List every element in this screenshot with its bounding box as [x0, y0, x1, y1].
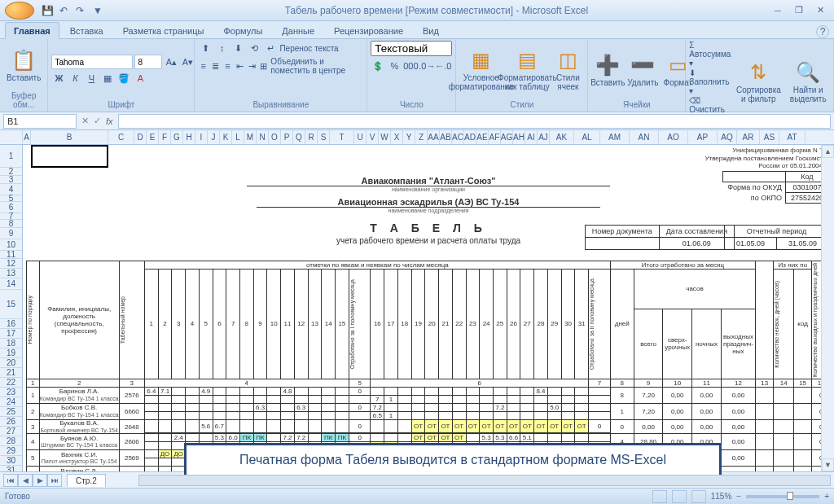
row-header[interactable]: 10: [0, 239, 22, 251]
merge-icon[interactable]: ⊞: [259, 59, 270, 73]
col-header[interactable]: AG: [501, 130, 513, 144]
align-center-icon[interactable]: ≣: [210, 59, 221, 73]
col-header[interactable]: AA: [428, 130, 440, 144]
row-header[interactable]: 28: [0, 436, 22, 446]
normal-view-icon[interactable]: [652, 490, 667, 503]
page-layout-view-icon[interactable]: [672, 490, 687, 503]
col-header[interactable]: AN: [630, 130, 659, 144]
last-sheet-icon[interactable]: ⏭: [47, 474, 62, 487]
restore-icon[interactable]: ❐: [790, 4, 808, 17]
grow-font-icon[interactable]: A▴: [164, 55, 178, 69]
col-header[interactable]: L: [232, 130, 244, 144]
col-header[interactable]: AB: [440, 130, 452, 144]
wrap-icon[interactable]: ↵: [263, 41, 278, 55]
col-header[interactable]: I: [195, 130, 208, 144]
zoom-level[interactable]: 115%: [711, 492, 732, 501]
bold-icon[interactable]: Ж: [51, 71, 66, 85]
comma-icon[interactable]: 000: [403, 59, 418, 73]
col-header[interactable]: S: [318, 130, 330, 144]
delete-cells-button[interactable]: ➖Удалить: [626, 52, 659, 89]
col-header[interactable]: Q: [293, 130, 305, 144]
vertical-scrollbar[interactable]: ▲ ▼: [821, 145, 834, 471]
name-box[interactable]: B1: [3, 114, 77, 129]
row-header[interactable]: 8: [0, 220, 22, 228]
col-header[interactable]: P: [281, 130, 293, 144]
row-header[interactable]: 22: [0, 378, 22, 388]
col-header[interactable]: G: [171, 130, 183, 144]
underline-icon[interactable]: Ч: [84, 71, 99, 85]
indent-inc-icon[interactable]: ⇥: [247, 59, 257, 73]
cond-format-button[interactable]: ▦Условное форматирование: [459, 47, 503, 93]
row-header[interactable]: 5: [0, 195, 22, 202]
worksheet-grid[interactable]: ABCDEFGHIJKLMNOPQRSTUVWXYZAAABACADAEAFAG…: [0, 130, 834, 471]
formula-input[interactable]: [118, 114, 831, 129]
col-header[interactable]: AS: [760, 130, 779, 144]
row-header[interactable]: 19: [0, 348, 22, 358]
col-header[interactable]: O: [269, 130, 281, 144]
col-header[interactable]: N: [257, 130, 269, 144]
merge-center-button[interactable]: Объединить и поместить в центре: [270, 57, 363, 75]
autosum-button[interactable]: Σ Автосумма ▾: [689, 41, 731, 68]
minimize-icon[interactable]: ─: [769, 4, 787, 17]
row-header[interactable]: 3: [0, 176, 22, 184]
italic-icon[interactable]: К: [68, 71, 82, 85]
sort-filter-button[interactable]: ⇅Сортировка и фильтр: [733, 59, 784, 105]
fill-button[interactable]: ⬇ Заполнить ▾: [689, 68, 731, 95]
align-middle-icon[interactable]: ↕: [214, 41, 229, 55]
border-icon[interactable]: ▦: [100, 71, 115, 85]
close-icon[interactable]: ✕: [811, 4, 829, 17]
row-header[interactable]: 9: [0, 228, 22, 239]
select-all-corner[interactable]: [0, 130, 23, 144]
tab-view[interactable]: Вид: [414, 22, 448, 38]
col-header[interactable]: M: [244, 130, 257, 144]
font-size-combo[interactable]: [134, 55, 162, 69]
row-header[interactable]: 23: [0, 388, 22, 397]
first-sheet-icon[interactable]: ⏮: [3, 474, 18, 487]
row-header[interactable]: 13: [0, 269, 22, 278]
col-header[interactable]: D: [134, 130, 147, 144]
cancel-formula-icon[interactable]: ✕: [81, 116, 89, 126]
horizontal-scrollbar[interactable]: [138, 475, 831, 486]
zoom-slider[interactable]: [746, 495, 819, 498]
col-header[interactable]: X: [391, 130, 403, 144]
col-header[interactable]: AT: [779, 130, 805, 144]
col-header[interactable]: Y: [403, 130, 415, 144]
col-header[interactable]: AC: [452, 130, 464, 144]
row-header[interactable]: 17: [0, 329, 22, 339]
row-header[interactable]: 25: [0, 407, 22, 417]
row-header[interactable]: 31: [0, 466, 22, 471]
scroll-down-icon[interactable]: ▼: [822, 458, 834, 471]
insert-cells-button[interactable]: ➕Вставить: [591, 52, 624, 89]
col-header[interactable]: AL: [574, 130, 600, 144]
col-header[interactable]: C: [108, 130, 134, 144]
col-header[interactable]: AJ: [538, 130, 550, 144]
row-header[interactable]: 12: [0, 259, 22, 269]
row-header[interactable]: 30: [0, 456, 22, 466]
col-header[interactable]: AR: [737, 130, 760, 144]
col-header[interactable]: AO: [659, 130, 688, 144]
col-header[interactable]: H: [183, 130, 195, 144]
tab-layout[interactable]: Разметка страницы: [114, 22, 213, 38]
col-header[interactable]: AF: [489, 130, 501, 144]
col-header[interactable]: B: [31, 130, 108, 144]
align-right-icon[interactable]: ≡: [222, 59, 233, 73]
font-name-combo[interactable]: [51, 55, 133, 69]
col-header[interactable]: K: [220, 130, 232, 144]
row-header[interactable]: 11: [0, 251, 22, 259]
row-header[interactable]: 29: [0, 446, 22, 456]
align-bottom-icon[interactable]: ⬇: [230, 41, 245, 55]
fx-icon[interactable]: fx: [106, 116, 113, 126]
format-table-button[interactable]: ▤Форматировать как таблицу: [505, 47, 549, 93]
fill-color-icon[interactable]: 🪣: [116, 71, 131, 85]
redo-icon[interactable]: ↷: [73, 4, 86, 17]
undo-icon[interactable]: ↶: [57, 4, 70, 17]
tab-formulas[interactable]: Формулы: [214, 22, 271, 38]
row-header[interactable]: 24: [0, 397, 22, 407]
qat-dropdown-icon[interactable]: ▼: [91, 4, 104, 17]
tab-review[interactable]: Рецензирование: [325, 22, 412, 38]
align-top-icon[interactable]: ⬆: [198, 41, 213, 55]
help-icon[interactable]: ?: [816, 25, 829, 38]
row-header[interactable]: 1: [0, 145, 22, 168]
row-header[interactable]: 15: [0, 290, 22, 319]
col-header[interactable]: E: [147, 130, 159, 144]
